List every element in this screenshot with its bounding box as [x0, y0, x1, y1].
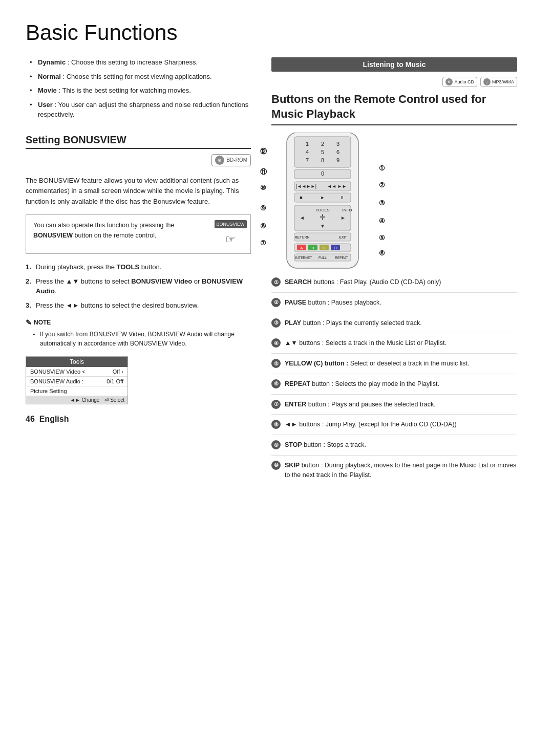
audio-cd-badge: ⊕ Audio CD [442, 77, 477, 87]
svg-text:TOOLS: TOOLS [316, 208, 330, 212]
tools-menu-header: Tools [26, 357, 127, 367]
bd-rom-badge: ⊕ BD-ROM [211, 154, 251, 166]
svg-text:■: ■ [300, 195, 302, 200]
listening-banner: Listening to Music [271, 57, 517, 72]
svg-text:8: 8 [321, 157, 324, 163]
right-section-title: Buttons on the Remote Control used for M… [271, 92, 517, 121]
svg-text:INFO: INFO [342, 208, 352, 212]
circle-12: ⑫ [260, 147, 267, 156]
bullet-movie: Movie : This is the best setting for wat… [30, 85, 251, 96]
remote-svg: 1 2 3 4 5 6 7 8 9 0 |◄◄ ►►| ◄◄ [271, 133, 374, 271]
svg-text:►: ► [341, 215, 346, 221]
audio-cd-label: Audio CD [454, 79, 474, 84]
svg-text:►►: ►► [337, 184, 347, 189]
circle-7: ⑦ [260, 239, 266, 247]
svg-text:II: II [341, 195, 343, 200]
description-list: ① SEARCH buttons : Fast Play. (Audio CD … [271, 277, 517, 485]
bonusview-info-box: You can also operate this function by pr… [26, 214, 251, 254]
desc-num-4: ④ [271, 338, 281, 348]
svg-text:INTERNET: INTERNET [295, 256, 312, 260]
svg-text:9: 9 [336, 157, 339, 163]
bullet-dynamic: Dynamic : Choose this setting to increas… [30, 57, 251, 68]
circle-2: ② [379, 181, 385, 189]
desc-item-4: ④ ▲▼ buttons : Selects a track in the Mu… [271, 338, 517, 354]
desc-item-10: ⑩ SKIP button : During playback, moves t… [271, 461, 517, 485]
svg-text:►: ► [321, 195, 325, 200]
bonusview-steps: 1. During playback, press the TOOLS butt… [26, 262, 251, 310]
desc-item-6: ⑥ REPEAT button : Selects the play mode … [271, 379, 517, 395]
svg-text:FULL: FULL [318, 256, 327, 260]
circle-4: ④ [379, 217, 385, 225]
tools-menu-item-picture: Picture Setting [26, 386, 127, 396]
desc-num-5: ⑤ [271, 359, 281, 368]
svg-text:5: 5 [321, 149, 324, 155]
svg-text:RETURN: RETURN [294, 235, 309, 239]
step-3: 3. Press the ◄► buttons to select the de… [26, 300, 251, 311]
svg-text:▼: ▼ [320, 223, 325, 229]
right-column: Listening to Music ⊕ Audio CD ♪ MP3/WMA … [271, 57, 517, 490]
desc-text-5: YELLOW (C) button : Select or deselect a… [285, 359, 470, 369]
change-hint: ◄► Change [70, 397, 100, 403]
circle-8: ⑧ [260, 222, 266, 230]
desc-item-1: ① SEARCH buttons : Fast Play. (Audio CD … [271, 277, 517, 293]
desc-item-2: ② PAUSE button : Pauses playback. [271, 298, 517, 313]
desc-text-4: ▲▼ buttons : Selects a track in the Musi… [285, 338, 446, 348]
circle-10: ⑩ [260, 184, 266, 191]
bd-icon: ⊕ [215, 156, 224, 165]
svg-text:3: 3 [336, 141, 339, 147]
tools-menu-item-bonusview-audio: BONUSVIEW Audio : 0/1 Off [26, 377, 127, 386]
remote-diagram-wrapper: ⑫ ⑪ ⑩ ⑨ ⑧ ⑦ ① ② ③ ④ ⑤ ⑥ 1 [271, 133, 517, 272]
bonusview-box-text: You can also operate this function by pr… [33, 220, 212, 241]
svg-text:1: 1 [306, 141, 309, 147]
select-hint: ⏎ Select [104, 397, 124, 403]
desc-text-8: ◄► buttons : Jump Play. (except for the … [285, 420, 457, 429]
bullet-normal: Normal : Choose this setting for most vi… [30, 72, 251, 82]
mp3-label: MP3/WMA [492, 79, 514, 84]
desc-num-10: ⑩ [271, 461, 281, 470]
bullet-user: User : You user can adjust the sharpness… [30, 100, 251, 120]
circle-9: ⑨ [260, 204, 266, 212]
desc-text-10: SKIP button : During playback, moves to … [285, 461, 517, 480]
step-1: 1. During playback, press the TOOLS butt… [26, 262, 251, 272]
svg-text:B: B [311, 246, 314, 250]
desc-text-1: SEARCH buttons : Fast Play. (Audio CD (C… [285, 277, 441, 287]
svg-text:✛: ✛ [320, 213, 326, 221]
svg-text:►►|: ►►| [306, 184, 316, 189]
bullet-list: Dynamic : Choose this setting to increas… [26, 57, 251, 120]
disc-badges: ⊕ Audio CD ♪ MP3/WMA [271, 77, 517, 87]
desc-item-9: ⑨ STOP button : Stops a track. [271, 440, 517, 456]
bonusview-btn-label: BONUSVIEW [215, 220, 247, 228]
desc-num-8: ⑧ [271, 420, 281, 429]
note-item-1: If you switch from BONUSVIEW Video, BONU… [33, 330, 251, 348]
svg-text:◄: ◄ [300, 215, 305, 221]
svg-text:EXIT: EXIT [339, 235, 347, 239]
note-label: NOTE [26, 318, 251, 327]
tools-menu-item-bonusview-video: BONUSVIEW Video < Off › [26, 367, 127, 377]
desc-text-6: REPEAT button : Selects the play mode in… [285, 379, 439, 389]
page-number: 46 English [26, 415, 251, 424]
desc-text-3: PLAY button : Plays the currently select… [285, 318, 422, 328]
svg-text:C: C [323, 246, 326, 250]
tools-menu-footer: ◄► Change ⏎ Select [26, 396, 127, 404]
desc-num-2: ② [271, 298, 281, 307]
tools-menu: Tools BONUSVIEW Video < Off › BONUSVIEW … [26, 356, 128, 404]
remote-diagram: ⑫ ⑪ ⑩ ⑨ ⑧ ⑦ ① ② ③ ④ ⑤ ⑥ 1 [271, 133, 374, 272]
bonusview-title: Setting BONUSVIEW [26, 134, 251, 149]
svg-text:REPEAT: REPEAT [335, 256, 348, 260]
circle-11: ⑪ [260, 167, 267, 177]
circle-3: ③ [379, 199, 385, 207]
desc-item-8: ⑧ ◄► buttons : Jump Play. (except for th… [271, 420, 517, 435]
hand-icon: ☞ [225, 230, 236, 248]
bonusview-button-image: BONUSVIEW ☞ [218, 220, 243, 249]
svg-text:|◄◄: |◄◄ [296, 184, 306, 189]
bonusview-section: Setting BONUSVIEW ⊕ BD-ROM The BONUSVIEW… [26, 134, 251, 405]
svg-text:◄◄: ◄◄ [327, 184, 336, 189]
desc-num-9: ⑨ [271, 440, 281, 449]
desc-text-9: STOP button : Stops a track. [285, 440, 366, 450]
bonusview-description: The BONUSVIEW feature allows you to view… [26, 176, 251, 207]
desc-text-7: ENTER button : Plays and pauses the sele… [285, 400, 436, 409]
desc-item-3: ③ PLAY button : Plays the currently sele… [271, 318, 517, 334]
audio-cd-icon: ⊕ [445, 78, 453, 85]
svg-text:A: A [300, 246, 303, 250]
svg-text:D: D [334, 246, 337, 250]
